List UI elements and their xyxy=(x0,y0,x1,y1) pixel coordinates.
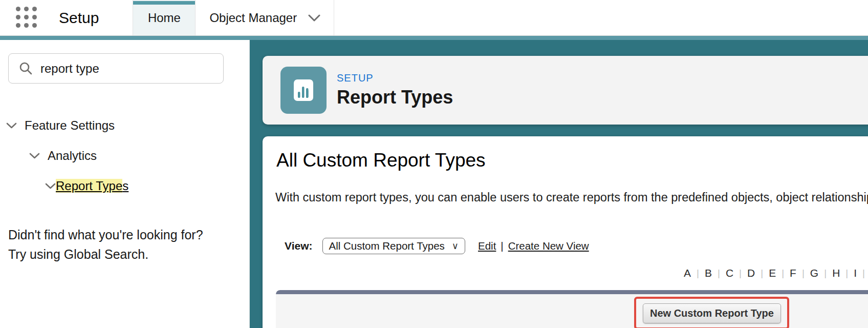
setup-nav-tree: Feature Settings Analytics Report Types xyxy=(0,110,249,201)
report-types-icon-tile xyxy=(280,67,327,114)
chevron-down-icon: ∨ xyxy=(452,240,459,252)
tree-item-reports-dashboards[interactable]: Report Types xyxy=(0,171,249,201)
alpha-link-g[interactable]: G xyxy=(810,267,818,279)
tab-home-label: Home xyxy=(148,11,181,25)
tab-object-manager-label: Object Manager xyxy=(209,11,297,25)
tab-home[interactable]: Home xyxy=(133,0,196,35)
tree-item-label: Feature Settings xyxy=(25,118,115,133)
page-title: Report Types xyxy=(337,87,453,108)
page-header-text: SETUP Report Types xyxy=(337,72,453,108)
brand-strip xyxy=(0,36,868,40)
view-links: Edit | Create New View xyxy=(478,240,589,252)
new-custom-report-type-button[interactable]: New Custom Report Type xyxy=(643,303,781,323)
alpha-link-f[interactable]: F xyxy=(790,267,796,279)
annotation-highlight-box: New Custom Report Type xyxy=(634,297,789,328)
top-bar: Setup Home Object Manager xyxy=(0,0,868,36)
list-description: With custom report types, you can enable… xyxy=(275,191,868,204)
alpha-separator: | xyxy=(739,268,742,279)
quick-find-searchbox[interactable] xyxy=(8,53,224,84)
edit-view-link[interactable]: Edit xyxy=(478,240,496,252)
view-select[interactable]: All Custom Report Types ∨ xyxy=(322,238,465,254)
active-tab-indicator xyxy=(133,1,195,5)
alpha-separator: | xyxy=(845,268,848,279)
chevron-down-icon xyxy=(308,14,320,22)
alpha-separator: | xyxy=(718,268,720,279)
alpha-separator: | xyxy=(802,268,805,279)
view-label: View: xyxy=(285,240,312,252)
chevron-down-icon[interactable] xyxy=(6,122,17,129)
list-heading: All Custom Report Types xyxy=(276,150,486,171)
view-select-value: All Custom Report Types xyxy=(329,240,444,252)
bar-chart-icon xyxy=(292,78,315,102)
tree-item-label: Report Types xyxy=(56,179,128,193)
create-new-view-link[interactable]: Create New View xyxy=(508,240,589,252)
chevron-down-icon[interactable] xyxy=(29,153,40,159)
setup-sidebar: Feature Settings Analytics Report Types … xyxy=(0,40,250,328)
alpha-link-e[interactable]: E xyxy=(769,267,776,279)
app-title: Setup xyxy=(59,9,99,27)
chevron-down-icon[interactable] xyxy=(45,183,56,189)
tab-object-manager[interactable]: Object Manager xyxy=(196,0,334,35)
link-separator: | xyxy=(501,240,503,252)
tree-item-label: Analytics xyxy=(48,149,97,163)
alpha-separator: | xyxy=(824,268,827,279)
sidebar-footnote: Didn't find what you're looking for? Try… xyxy=(8,225,249,264)
setup-eyebrow: SETUP xyxy=(337,72,453,84)
alpha-separator: | xyxy=(862,268,865,279)
app-launcher-icon[interactable] xyxy=(16,7,40,29)
view-row: View: All Custom Report Types ∨ Edit | C… xyxy=(285,238,589,254)
search-match-highlight: Report Type xyxy=(56,179,122,193)
quick-find-input[interactable] xyxy=(40,61,209,76)
setup-tabs: Home Object Manager xyxy=(133,0,334,35)
alpha-separator: | xyxy=(761,268,763,279)
report-types-table: New Custom Report Type xyxy=(276,290,868,328)
alpha-link-a[interactable]: A xyxy=(684,267,691,279)
main-content-area: SETUP Report Types All Custom Report Typ… xyxy=(250,40,868,328)
alpha-link-i[interactable]: I xyxy=(854,267,857,279)
page-header-card: SETUP Report Types xyxy=(263,56,868,125)
alpha-link-c[interactable]: C xyxy=(726,267,733,279)
table-top-border xyxy=(276,290,868,294)
content-card: All Custom Report Types With custom repo… xyxy=(263,136,868,328)
alpha-link-d[interactable]: D xyxy=(747,267,755,279)
tree-item-feature-settings[interactable]: Feature Settings xyxy=(0,110,249,140)
alpha-separator: | xyxy=(697,268,699,279)
tree-item-analytics[interactable]: Analytics xyxy=(0,140,249,171)
tree-item-report-types-link[interactable]: Report Types xyxy=(56,179,128,193)
alpha-link-h[interactable]: H xyxy=(832,267,840,279)
alphabet-index: A|B|C|D|E|F|G|H|I|J| xyxy=(684,267,868,279)
search-icon xyxy=(19,61,33,75)
salesforce-setup-screen: Setup Home Object Manager xyxy=(0,0,868,328)
alpha-link-b[interactable]: B xyxy=(705,267,712,279)
alpha-separator: | xyxy=(782,268,784,279)
